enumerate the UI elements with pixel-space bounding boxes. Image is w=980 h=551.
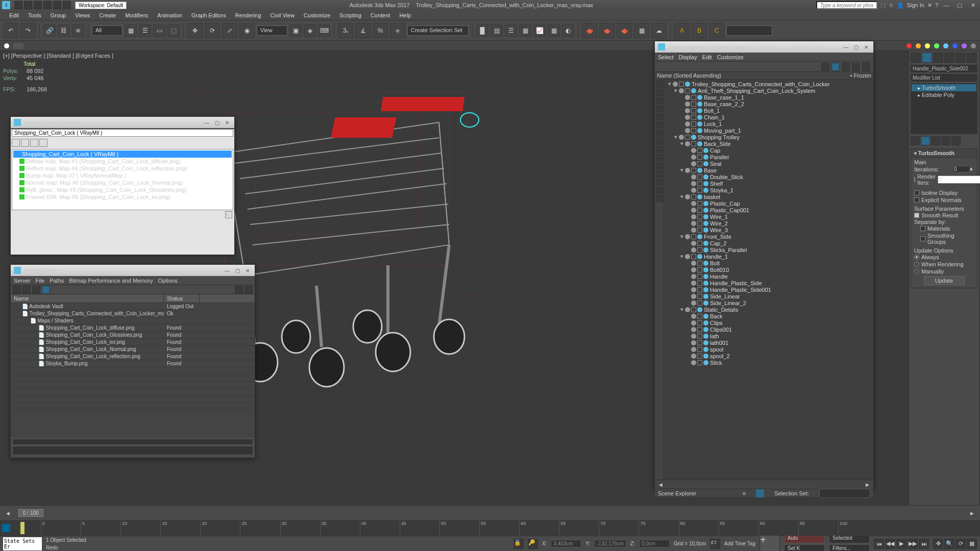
asset-row[interactable]: 📄 Stoyka_Bump.pngFound: [11, 360, 255, 367]
update-button[interactable]: Update: [924, 276, 965, 285]
set-key-button[interactable]: Set K: [784, 544, 825, 552]
time-tag-button[interactable]: 🏷: [710, 539, 720, 549]
panel-max-button[interactable]: ▢: [233, 267, 241, 274]
link-button[interactable]: 🔗: [43, 24, 56, 37]
tree-row[interactable]: ▾Front_Side: [665, 233, 872, 240]
se-filter-icon[interactable]: [656, 130, 663, 137]
se-selset-dropdown[interactable]: [819, 489, 870, 498]
window-crossing-button[interactable]: ⬚: [167, 24, 180, 37]
time-marker[interactable]: [20, 522, 24, 534]
menu-civil-view[interactable]: Civil View: [266, 11, 299, 19]
menu-graph-editors[interactable]: Graph Editors: [187, 11, 230, 19]
sign-in-link[interactable]: Sign In: [907, 2, 924, 8]
abc-b-button[interactable]: B: [692, 23, 707, 38]
se-menu-display[interactable]: Display: [679, 54, 697, 60]
se-filter-icon[interactable]: [656, 179, 663, 186]
trackbar-toggle-icon[interactable]: [2, 524, 10, 532]
asset-row[interactable]: 📄 Shopping_Cart_Coin_Lock_ior.pngFound: [11, 339, 255, 346]
tree-row[interactable]: Handle_Plastic_Side: [665, 280, 872, 286]
at-tool-icon[interactable]: [32, 286, 40, 294]
toggle-ribbon-button[interactable]: ▦: [519, 24, 531, 37]
tree-row[interactable]: ▾Trolley_Shopping_Carts_Connected_with_C…: [665, 81, 872, 87]
time-slider-bar[interactable]: ◄ 0 / 100 ►: [0, 505, 980, 520]
material-map-row[interactable]: Fresnel IOR: Map #5 (Shopping_Cart_Coin_…: [13, 193, 232, 201]
tree-row[interactable]: Double_Stick: [665, 173, 872, 180]
at-tool-icon[interactable]: [235, 286, 243, 294]
maximize-button[interactable]: ▢: [954, 1, 965, 9]
se-menu-customize[interactable]: Customize: [717, 54, 744, 60]
scene-tree[interactable]: ▾Trolley_Shopping_Carts_Connected_with_C…: [664, 80, 873, 480]
tree-row[interactable]: Side_Linear_2: [665, 299, 872, 306]
tree-row[interactable]: Sticks_Parallel: [665, 246, 872, 253]
render-preset-dropdown[interactable]: [726, 26, 772, 36]
nav-max-button[interactable]: ▦: [967, 539, 977, 549]
track-bar[interactable]: 0510152025303540455055606570758085909510…: [0, 520, 980, 536]
se-selset-icon[interactable]: [756, 489, 764, 497]
se-tool-icon[interactable]: [831, 63, 840, 71]
mn-view-icon[interactable]: [12, 139, 20, 147]
menu-views[interactable]: Views: [71, 11, 94, 19]
layer-explorer-button[interactable]: ☰: [505, 24, 517, 37]
user-icon[interactable]: 👤: [897, 2, 904, 9]
at-menu-options[interactable]: Options: [158, 278, 178, 284]
iterations-input[interactable]: [952, 166, 970, 172]
se-menu-edit[interactable]: Edit: [702, 54, 712, 60]
at-tool-icon[interactable]: [13, 286, 21, 294]
abc-c-button[interactable]: C: [709, 23, 724, 38]
tree-row[interactable]: Moving_part_1: [665, 127, 872, 134]
when-rendering-radio[interactable]: [914, 262, 919, 267]
render-iter-button[interactable]: ▦: [634, 23, 649, 38]
align-button[interactable]: ▤: [491, 24, 503, 37]
utilities-tab[interactable]: [967, 53, 977, 63]
asset-row[interactable]: 📄 Trolley_Shopping_Carts_Connected_with_…: [11, 310, 255, 317]
help-search-input[interactable]: [816, 1, 877, 9]
menu-help[interactable]: Help: [395, 11, 415, 19]
object-name-field[interactable]: Handle_Plastic_Side002: [911, 65, 977, 72]
panel-max-button[interactable]: ▢: [213, 119, 221, 126]
tree-row[interactable]: Clips: [665, 319, 872, 326]
render-prod-button[interactable]: 🫖: [617, 23, 632, 38]
rollout-header[interactable]: ▾ TurboSmooth: [911, 149, 977, 158]
rendered-frame-button[interactable]: 🫖: [599, 23, 615, 38]
x-coord-field[interactable]: 3,403cm: [551, 540, 581, 547]
menu-modifiers[interactable]: Modifiers: [121, 11, 152, 19]
tree-row[interactable]: Shelf: [665, 180, 872, 187]
always-radio[interactable]: [914, 255, 919, 260]
manip-button[interactable]: ◈: [304, 24, 316, 37]
selection-filter-dropdown[interactable]: All: [92, 26, 122, 36]
explicit-check[interactable]: [914, 197, 919, 203]
se-filter-icon[interactable]: [656, 121, 663, 129]
menu-animation[interactable]: Animation: [153, 11, 186, 19]
tree-row[interactable]: spool: [665, 346, 872, 353]
qat-redo-icon[interactable]: [53, 1, 61, 9]
menu-tools[interactable]: Tools: [24, 11, 45, 19]
scale-button[interactable]: ⤢: [222, 23, 237, 38]
pivot-button[interactable]: ▣: [289, 24, 302, 37]
asset-row[interactable]: 📄 Autodesk VaultLogged Out: [11, 303, 255, 310]
ref-coord-dropdown[interactable]: View: [257, 26, 287, 36]
material-editor-button[interactable]: ◐: [562, 24, 574, 37]
tree-row[interactable]: Base_case_1_1: [665, 94, 872, 101]
tree-row[interactable]: ▾Back_Side: [665, 140, 872, 147]
tree-row[interactable]: Stick: [665, 359, 872, 366]
material-map-row[interactable]: Diffuse map: Map #1 (Shopping_Cart_Coin_…: [13, 158, 232, 165]
asset-row[interactable]: 📄 Maps / Shaders: [11, 317, 255, 324]
panel-min-button[interactable]: —: [223, 267, 231, 274]
asset-row[interactable]: 📄 Shopping_Cart_Coin_Lock_Normal.pngFoun…: [11, 346, 255, 353]
tree-row[interactable]: ▾Static_Details: [665, 306, 872, 313]
spinner-snap-button[interactable]: ⚹: [390, 23, 405, 38]
tree-row[interactable]: Seat: [665, 160, 872, 167]
panel-min-button[interactable]: —: [203, 119, 211, 126]
color-swatch[interactable]: [4, 43, 9, 48]
qat-new-icon[interactable]: [14, 1, 22, 9]
manually-radio[interactable]: [914, 269, 919, 274]
se-tool-icon[interactable]: [842, 63, 850, 71]
tree-row[interactable]: Plastic_Cap001: [665, 207, 872, 213]
layer-swatch[interactable]: [13, 43, 23, 49]
se-filter-icon[interactable]: [656, 97, 663, 104]
tree-row[interactable]: Side_Linear: [665, 293, 872, 299]
smoothing-groups-check[interactable]: [920, 236, 925, 241]
at-tool-icon[interactable]: [42, 286, 50, 294]
tree-row[interactable]: Parallel: [665, 154, 872, 160]
panel-close-button[interactable]: ✕: [862, 43, 870, 51]
